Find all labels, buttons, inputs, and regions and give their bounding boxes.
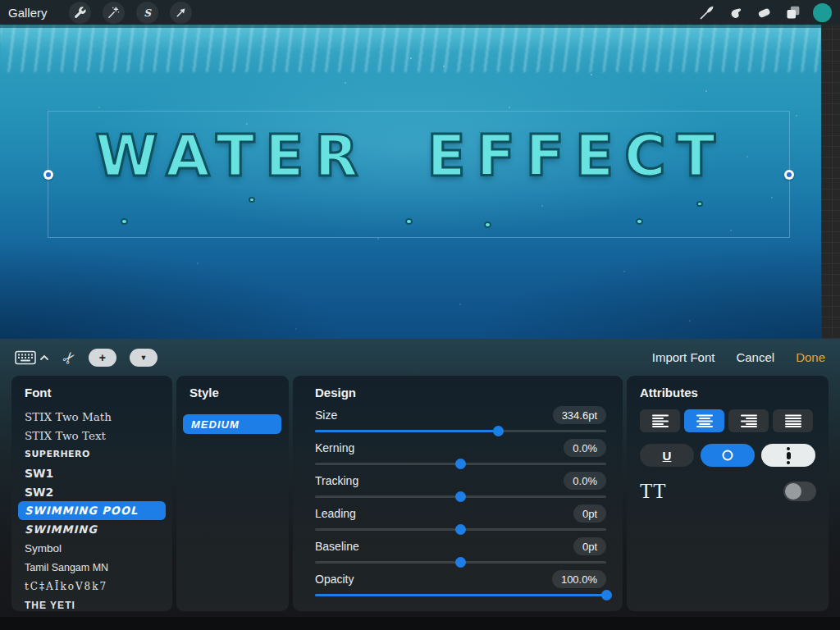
- leading-value: 0pt: [573, 504, 606, 523]
- format-buttons: U: [640, 444, 816, 467]
- brush-icon[interactable]: [698, 4, 715, 21]
- magic-wand-icon: [107, 6, 121, 20]
- canvas[interactable]: WATER EFFECT: [0, 25, 821, 339]
- text-selection-box[interactable]: [48, 111, 790, 238]
- font-list-card: Font STIX Two Math STIX Two Text SUPERHE…: [11, 376, 172, 611]
- align-right-icon: [741, 414, 757, 427]
- size-slider-row: Size 334.6pt: [315, 404, 606, 437]
- panel-header: ✂ + ▼ Import Font Cancel Done: [0, 339, 840, 376]
- font-item-stix-two-math[interactable]: STIX Two Math: [18, 407, 166, 426]
- capitalization-row: TT: [640, 480, 816, 503]
- font-item-symbol[interactable]: Symbol: [18, 539, 166, 558]
- smudge-icon[interactable]: [727, 4, 744, 21]
- opacity-slider-thumb[interactable]: [601, 590, 612, 600]
- panel-body: Font STIX Two Math STIX Two Text SUPERHE…: [0, 376, 840, 617]
- plus-icon: +: [99, 351, 106, 364]
- bottom-bar: [0, 617, 840, 630]
- tt-label: TT: [640, 480, 667, 503]
- font-item-tchaikovsky[interactable]: tC‡AĪkoV8k7: [18, 577, 166, 596]
- wrench-icon: [73, 6, 87, 20]
- kerning-slider-row: Kerning 0.0%: [315, 437, 606, 470]
- selection-handle-left[interactable]: [43, 170, 53, 180]
- tracking-value: 0.0%: [564, 472, 606, 490]
- keyboard-icon: [15, 350, 36, 365]
- baseline-slider-row: Baseline 0pt: [315, 536, 606, 568]
- done-button[interactable]: Done: [796, 350, 825, 364]
- font-item-sw2[interactable]: SW2: [18, 482, 166, 501]
- keyboard-toggle-button[interactable]: [15, 350, 49, 365]
- actions-button[interactable]: [69, 2, 91, 24]
- attributes-section-title: Attributes: [640, 386, 816, 399]
- transform-button[interactable]: [170, 2, 192, 24]
- outline-icon: [721, 449, 734, 462]
- gallery-button[interactable]: Gallery: [8, 6, 48, 20]
- leading-label: Leading: [315, 507, 356, 520]
- baseline-label: Baseline: [315, 540, 359, 553]
- chevron-up-icon: [39, 354, 49, 361]
- kerning-slider[interactable]: [315, 463, 606, 465]
- tt-toggle[interactable]: [783, 482, 816, 501]
- align-right-button[interactable]: [728, 409, 769, 432]
- adjustments-button[interactable]: [103, 2, 125, 24]
- opacity-slider[interactable]: [315, 594, 606, 596]
- underline-icon: U: [663, 449, 672, 463]
- font-item-swimming-pool[interactable]: SWIMMING POOL: [18, 501, 166, 520]
- color-swatch[interactable]: [813, 3, 832, 22]
- kerning-slider-thumb[interactable]: [455, 459, 466, 469]
- font-item-tamil-sangam-mn[interactable]: Tamil Sangam MN: [18, 558, 166, 577]
- underwater-particles: [410, 57, 412, 59]
- size-value: 334.6pt: [553, 406, 606, 424]
- size-slider[interactable]: [315, 430, 606, 432]
- water-surface-ripples: [0, 25, 821, 72]
- font-item-stix-two-text[interactable]: STIX Two Text: [18, 426, 166, 445]
- opacity-value: 100.0%: [552, 570, 606, 588]
- chevron-down-icon: ▼: [139, 354, 147, 362]
- baseline-slider[interactable]: [315, 561, 606, 564]
- style-item-medium[interactable]: MEDIUM: [183, 414, 281, 434]
- leading-slider-thumb[interactable]: [455, 524, 466, 535]
- scissors-icon[interactable]: ✂: [57, 346, 80, 368]
- cancel-button[interactable]: Cancel: [736, 350, 774, 364]
- add-text-button[interactable]: +: [89, 349, 116, 367]
- align-justify-button[interactable]: [773, 409, 813, 432]
- outline-button[interactable]: [701, 444, 755, 467]
- vertical-text-icon: [787, 447, 791, 464]
- font-item-swimming[interactable]: SWIMMING: [18, 520, 166, 539]
- canvas-outside-area: [821, 25, 840, 339]
- font-item-sw1[interactable]: SW1: [18, 463, 166, 482]
- tracking-slider-row: Tracking 0.0%: [315, 470, 606, 503]
- selection-button[interactable]: S: [136, 2, 158, 24]
- vertical-text-button[interactable]: [761, 444, 815, 467]
- align-left-button[interactable]: [640, 409, 680, 432]
- dismiss-panel-button[interactable]: ▼: [130, 349, 158, 367]
- eraser-icon[interactable]: [756, 4, 773, 21]
- tracking-slider-thumb[interactable]: [455, 491, 466, 502]
- selection-s-icon: S: [140, 6, 154, 20]
- style-section-title: Style: [183, 386, 282, 399]
- leading-slider[interactable]: [315, 528, 606, 531]
- font-section-title: Font: [18, 386, 166, 399]
- baseline-slider-thumb[interactable]: [455, 557, 466, 568]
- tracking-slider[interactable]: [315, 495, 606, 498]
- size-slider-thumb[interactable]: [493, 426, 504, 436]
- selection-handle-right[interactable]: [784, 170, 794, 180]
- attributes-card: Attributes: [627, 376, 829, 611]
- align-justify-icon: [785, 414, 801, 427]
- font-item-superhero[interactable]: SUPERHERO: [18, 445, 166, 463]
- font-item-the-yeti[interactable]: THE YETI: [18, 596, 166, 611]
- design-section-title: Design: [315, 386, 606, 399]
- align-center-button[interactable]: [684, 409, 724, 432]
- opacity-label: Opacity: [315, 573, 354, 586]
- svg-text:S: S: [144, 7, 152, 18]
- underline-button[interactable]: U: [640, 444, 694, 467]
- import-font-button[interactable]: Import Font: [652, 350, 715, 364]
- opacity-slider-row: Opacity 100.0%: [315, 568, 606, 601]
- design-card: Design Size 334.6pt Kerning 0.0%: [293, 376, 623, 611]
- align-center-icon: [696, 414, 713, 427]
- tt-toggle-knob: [785, 483, 801, 500]
- size-label: Size: [315, 409, 337, 422]
- alignment-buttons: [640, 409, 816, 432]
- align-left-icon: [652, 414, 669, 427]
- layers-icon[interactable]: [784, 4, 801, 21]
- kerning-label: Kerning: [315, 441, 354, 454]
